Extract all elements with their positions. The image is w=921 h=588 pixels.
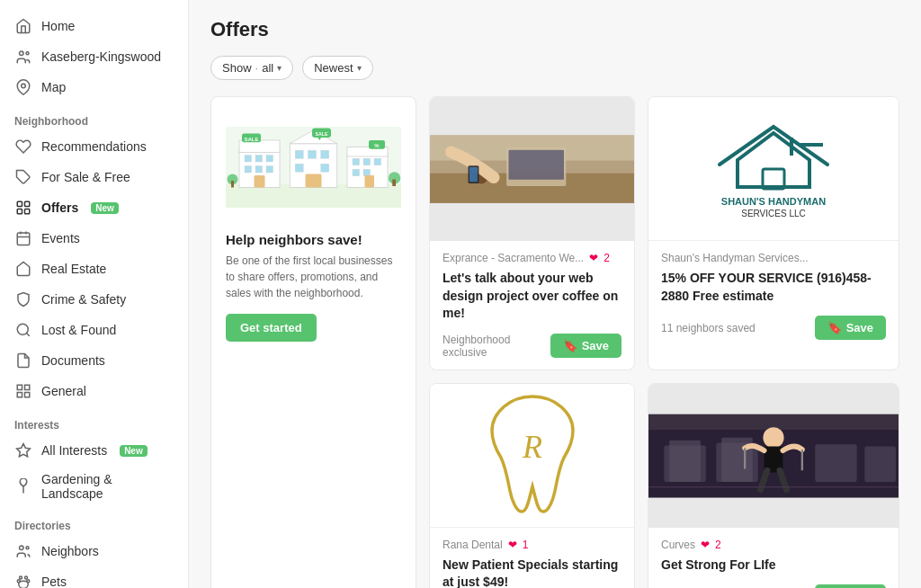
svg-point-12 xyxy=(17,324,28,334)
sidebar-item-documents-label: Documents xyxy=(41,353,105,368)
home-icon xyxy=(14,17,32,35)
sort-filter-value: Newest xyxy=(314,61,353,75)
sidebar-item-community-label: Kaseberg-Kingswood xyxy=(41,49,161,64)
offer-card-3-hearts: 1 xyxy=(523,539,529,551)
offer-card-4-source: Curves ❤ 2 xyxy=(661,539,886,551)
community-icon xyxy=(14,48,32,66)
sidebar-item-crime[interactable]: Crime & Safety xyxy=(0,284,188,315)
svg-rect-64 xyxy=(374,158,381,165)
svg-rect-81 xyxy=(669,440,701,481)
sidebar-item-general[interactable]: General xyxy=(0,376,188,406)
sidebar-item-events[interactable]: Events xyxy=(0,223,188,254)
offer-card-4-body: Curves ❤ 2 Get Strong For LIfe 9 neighbo… xyxy=(648,528,899,588)
svg-rect-59 xyxy=(306,174,322,188)
offer-card-4-footer: 9 neighbors saved 🔖 Save xyxy=(661,584,886,588)
svg-rect-63 xyxy=(363,158,371,165)
svg-rect-33 xyxy=(469,167,478,182)
sidebar-item-documents[interactable]: Documents xyxy=(0,345,188,376)
svg-text:SALE: SALE xyxy=(244,137,258,142)
sidebar-item-general-label: General xyxy=(41,384,86,398)
svg-rect-66 xyxy=(363,169,371,176)
svg-rect-14 xyxy=(17,385,22,389)
promo-title: Help neighbors save! xyxy=(226,232,401,247)
svg-rect-46 xyxy=(245,166,252,174)
svg-rect-54 xyxy=(295,150,303,158)
offer-card-2-footer-label: 11 neighbors saved xyxy=(661,322,756,334)
offer-card-4-source-text: Curves xyxy=(661,539,695,551)
svg-rect-5 xyxy=(25,201,30,206)
sidebar-item-offers-label: Offers xyxy=(41,200,78,215)
offer-card-1-footer-label: Neighborhood exclusive xyxy=(443,334,550,359)
house-icon xyxy=(14,260,32,278)
sidebar-item-gardening[interactable]: Gardening & Landscape xyxy=(0,466,188,507)
svg-rect-86 xyxy=(815,444,856,482)
offer-card-1-source-text: Exprance - Sacramento We... xyxy=(443,252,584,264)
offer-card-1-save-button[interactable]: 🔖 Save xyxy=(550,334,621,358)
promo-description: Be one of the first local businesses to … xyxy=(226,253,401,301)
offer-card-4-title: Get Strong For LIfe xyxy=(661,557,886,575)
svg-rect-56 xyxy=(321,150,329,158)
sidebar-item-offers[interactable]: Offers New xyxy=(0,192,188,223)
svg-rect-43 xyxy=(245,156,252,163)
doc-icon xyxy=(14,352,32,370)
tag-icon xyxy=(14,168,32,186)
sort-filter-button[interactable]: Newest ▾ xyxy=(302,56,372,80)
sidebar-item-neighbors-label: Neighbors xyxy=(41,544,99,558)
bookmark-icon-2: 🔖 xyxy=(827,321,842,334)
offer-card-2-footer: 11 neighbors saved 🔖 Save xyxy=(661,316,886,340)
sidebar-item-for-sale-label: For Sale & Free xyxy=(41,170,130,184)
sidebar-item-crime-label: Crime & Safety xyxy=(41,292,126,307)
sidebar-item-recommendations[interactable]: Recommendations xyxy=(0,131,188,162)
offer-card-1: Exprance - Sacramento We... ❤ 2 Let's ta… xyxy=(429,96,635,370)
show-filter-button[interactable]: Show · all ▾ xyxy=(210,56,293,80)
sidebar-item-recommendations-label: Recommendations xyxy=(41,139,147,154)
garden-icon xyxy=(14,477,32,495)
offer-card-2-image: SHAUN'S HANDYMAN SERVICES LLC xyxy=(648,97,899,241)
sidebar-item-pets[interactable]: Pets xyxy=(0,566,188,588)
offer-card-2: SHAUN'S HANDYMAN SERVICES LLC Shaun's Ha… xyxy=(648,96,899,370)
offer-card-4-save-button[interactable]: 🔖 Save xyxy=(815,584,886,588)
svg-rect-62 xyxy=(353,158,360,165)
sidebar-item-for-sale[interactable]: For Sale & Free xyxy=(0,162,188,192)
sidebar-item-neighbors[interactable]: Neighbors xyxy=(0,536,188,566)
sidebar-item-real-estate[interactable]: Real Estate xyxy=(0,254,188,284)
sidebar-item-all-interests[interactable]: All Interests New xyxy=(0,435,188,466)
offer-card-1-save-label: Save xyxy=(582,339,609,352)
offer-card-2-save-button[interactable]: 🔖 Save xyxy=(815,316,886,340)
sidebar-item-pets-label: Pets xyxy=(41,575,67,588)
offers-grid: Exprance - Sacramento We... ❤ 2 Let's ta… xyxy=(210,96,899,588)
sidebar-item-home[interactable]: Home xyxy=(0,11,188,41)
svg-rect-71 xyxy=(231,181,234,188)
sidebar-item-gardening-label: Gardening & Landscape xyxy=(41,472,174,501)
sidebar-item-map[interactable]: Map xyxy=(0,72,188,102)
neighborhood-section-label: Neighborhood xyxy=(0,102,188,131)
promo-get-started-button[interactable]: Get started xyxy=(226,314,317,342)
svg-point-84 xyxy=(763,427,783,448)
offers-new-badge: New xyxy=(91,202,119,214)
map-icon xyxy=(14,78,32,96)
svg-point-21 xyxy=(20,576,22,579)
sidebar: Home Kaseberg-Kingswood Map Neighborhood… xyxy=(0,0,189,588)
sidebar-item-community[interactable]: Kaseberg-Kingswood xyxy=(0,41,188,72)
offers-icon xyxy=(14,199,32,217)
svg-rect-65 xyxy=(353,169,360,176)
offer-card-1-title: Let's talk about your web design project… xyxy=(443,270,621,323)
svg-rect-49 xyxy=(255,175,265,188)
svg-point-20 xyxy=(26,547,29,549)
offer-card-2-source: Shaun's Handyman Services... xyxy=(661,252,886,264)
svg-rect-55 xyxy=(308,150,317,158)
svg-text:%: % xyxy=(374,143,380,148)
svg-point-1 xyxy=(26,52,29,55)
svg-rect-7 xyxy=(25,209,30,214)
shield-icon xyxy=(14,290,32,308)
sidebar-item-lost-found[interactable]: Lost & Found xyxy=(0,315,188,345)
svg-text:SHAUN'S HANDYMAN: SHAUN'S HANDYMAN xyxy=(721,196,826,207)
svg-rect-17 xyxy=(25,393,30,397)
page-title: Offers xyxy=(210,18,899,41)
offer-card-1-hearts: 2 xyxy=(604,252,610,264)
heart-icon-4: ❤ xyxy=(701,539,710,551)
offer-card-2-body: Shaun's Handyman Services... 15% OFF YOU… xyxy=(648,241,899,370)
sidebar-item-events-label: Events xyxy=(41,231,80,245)
directories-section-label: Directories xyxy=(0,507,188,536)
offer-card-2-source-text: Shaun's Handyman Services... xyxy=(661,252,809,264)
